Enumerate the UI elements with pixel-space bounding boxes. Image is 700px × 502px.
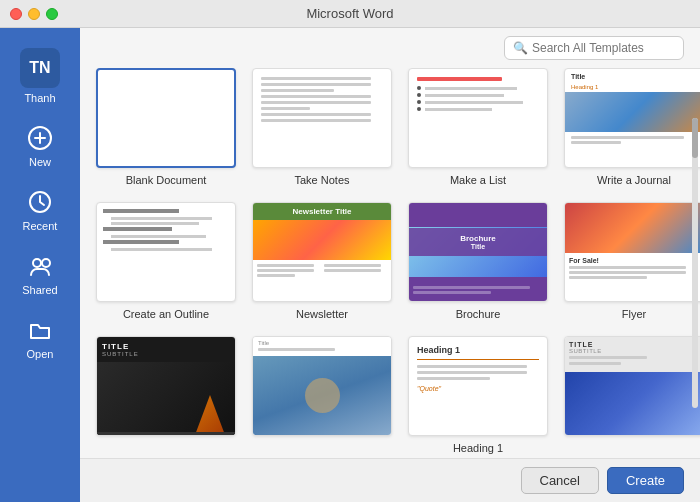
template-thumb-take-notes [252, 68, 392, 168]
template-take-notes[interactable]: Take Notes [252, 68, 392, 186]
template-label-blank: Blank Document [126, 174, 207, 186]
template-thumb-flyer: For Sale! [564, 202, 700, 302]
close-button[interactable] [10, 8, 22, 20]
template-label-make-list: Make a List [450, 174, 506, 186]
template-thumb-make-list [408, 68, 548, 168]
template-label-outline: Create an Outline [123, 308, 209, 320]
template-modern[interactable]: Heading 1 "Quote" Heading 1 [408, 336, 548, 454]
sidebar-open-label: Open [27, 348, 54, 360]
main-layout: TN Thanh New Recent [0, 28, 700, 502]
template-label-newsletter: Newsletter [296, 308, 348, 320]
sidebar: TN Thanh New Recent [0, 28, 80, 502]
sidebar-item-new[interactable]: New [0, 114, 80, 178]
maximize-button[interactable] [46, 8, 58, 20]
sidebar-user-label: Thanh [24, 92, 55, 104]
template-label-modern: Heading 1 [453, 442, 503, 454]
sidebar-shared-label: Shared [22, 284, 57, 296]
template-thumb-blank [96, 68, 236, 168]
template-thumb-modern: Heading 1 "Quote" [408, 336, 548, 436]
title-bar: Microsoft Word [0, 0, 700, 28]
search-box[interactable]: 🔍 [504, 36, 684, 60]
template-brochure[interactable]: Brochure Title Brochure [408, 202, 548, 320]
scrollbar-thumb[interactable] [692, 118, 698, 158]
template-outline[interactable]: Create an Outline [96, 202, 236, 320]
template-thumb-newsletter: Newsletter Title [252, 202, 392, 302]
sidebar-item-shared[interactable]: Shared [0, 242, 80, 306]
template-thumb-landscape: TITLE SUBTITLE [564, 336, 700, 436]
footer: Cancel Create [80, 458, 700, 502]
template-autumn[interactable]: TITLE SUBTITLE [96, 336, 236, 454]
recent-icon [26, 188, 54, 216]
open-icon [26, 316, 54, 344]
search-input[interactable] [532, 41, 675, 55]
sidebar-item-recent[interactable]: Recent [0, 178, 80, 242]
template-journal[interactable]: Title Heading 1 Write a Journal [564, 68, 700, 186]
search-icon: 🔍 [513, 41, 528, 55]
template-landscape[interactable]: TITLE SUBTITLE [564, 336, 700, 454]
template-label-brochure: Brochure [456, 308, 501, 320]
template-label-take-notes: Take Notes [294, 174, 349, 186]
template-newsletter[interactable]: Newsletter Title [252, 202, 392, 320]
template-thumb-outline [96, 202, 236, 302]
template-make-list[interactable]: Make a List [408, 68, 548, 186]
cancel-button[interactable]: Cancel [521, 467, 599, 494]
top-bar: 🔍 [80, 28, 700, 68]
shared-icon [26, 252, 54, 280]
content-area: 🔍 Blank Document [80, 28, 700, 502]
scrollbar[interactable] [692, 118, 698, 408]
template-label-journal: Write a Journal [597, 174, 671, 186]
svg-point-4 [33, 259, 41, 267]
sidebar-new-label: New [29, 156, 51, 168]
new-icon [26, 124, 54, 152]
template-blank[interactable]: Blank Document [96, 68, 236, 186]
template-thumb-brochure: Brochure Title [408, 202, 548, 302]
template-thumb-journal: Title Heading 1 [564, 68, 700, 168]
sidebar-item-user[interactable]: TN Thanh [0, 38, 80, 114]
template-otter[interactable]: Title [252, 336, 392, 454]
template-thumb-otter: Title [252, 336, 392, 436]
window-title: Microsoft Word [306, 6, 393, 21]
template-thumb-autumn: TITLE SUBTITLE [96, 336, 236, 436]
avatar: TN [20, 48, 60, 88]
templates-grid: Blank Document [80, 68, 700, 458]
traffic-lights [10, 8, 58, 20]
sidebar-recent-label: Recent [23, 220, 58, 232]
template-label-flyer: Flyer [622, 308, 646, 320]
sidebar-item-open[interactable]: Open [0, 306, 80, 370]
template-flyer[interactable]: For Sale! Flyer [564, 202, 700, 320]
minimize-button[interactable] [28, 8, 40, 20]
templates-area: Blank Document [80, 68, 700, 458]
create-button[interactable]: Create [607, 467, 684, 494]
svg-point-5 [42, 259, 50, 267]
